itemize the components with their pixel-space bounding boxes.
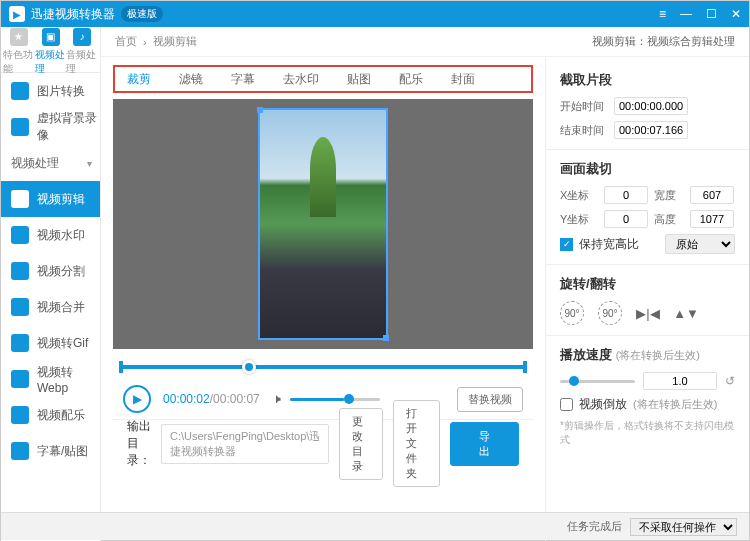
- nav-watermark[interactable]: 视频水印: [1, 217, 100, 253]
- change-dir-button[interactable]: 更改目录: [339, 408, 382, 480]
- reset-speed-icon[interactable]: ↺: [725, 374, 735, 388]
- content: 首页 › 视频剪辑 视频剪辑：视频综合剪辑处理 裁剪 滤镜 字幕 去水印 贴图 …: [101, 27, 749, 541]
- sidetab-audio[interactable]: ♪音频处理: [66, 28, 98, 76]
- nav-webp[interactable]: 视频转Webp: [1, 361, 100, 397]
- nav-gif[interactable]: 视频转Gif: [1, 325, 100, 361]
- speed-slider[interactable]: [560, 380, 635, 383]
- nav-image-convert[interactable]: 图片转换: [1, 73, 100, 109]
- speed-input[interactable]: [643, 372, 717, 390]
- etab-filter[interactable]: 滤镜: [179, 71, 203, 88]
- film-icon: ▣: [42, 28, 60, 46]
- end-time-input[interactable]: [614, 121, 688, 139]
- start-time-input[interactable]: [614, 97, 688, 115]
- breadcrumb: 首页 › 视频剪辑 视频剪辑：视频综合剪辑处理: [101, 27, 749, 57]
- etab-subtitle[interactable]: 字幕: [231, 71, 255, 88]
- section-clip: 截取片段: [560, 71, 735, 89]
- etab-sticker[interactable]: 贴图: [347, 71, 371, 88]
- sidebar-category-tabs: ★特色功能 ▣视频处理 ♪音频处理: [1, 27, 100, 73]
- flip-vertical-icon[interactable]: ▲▼: [674, 301, 698, 325]
- timeline-knob[interactable]: [242, 360, 256, 374]
- timeline[interactable]: [113, 349, 533, 379]
- time-display: 00:00:02/00:00:07: [163, 392, 260, 406]
- nav-virtual-bg[interactable]: 虚拟背景录像: [1, 109, 100, 145]
- app-logo-icon: ▶: [9, 6, 25, 22]
- app-title: 迅捷视频转换器: [31, 6, 115, 23]
- webp-icon: [11, 370, 29, 388]
- nav-merge[interactable]: 视频合并: [1, 289, 100, 325]
- keep-ratio-checkbox[interactable]: ✓: [560, 238, 573, 251]
- footnote: *剪辑操作后，格式转换将不支持闪电模式: [560, 419, 735, 447]
- rotate-cw-icon[interactable]: 90°: [598, 301, 622, 325]
- video-preview[interactable]: [113, 99, 533, 349]
- player-controls: ▶ 00:00:02/00:00:07 🕨 替换视频: [113, 379, 533, 419]
- editor-tabs: 裁剪 滤镜 字幕 去水印 贴图 配乐 封面: [113, 65, 533, 93]
- section-rotate: 旋转/翻转: [560, 275, 735, 293]
- sidetab-video[interactable]: ▣视频处理: [35, 28, 67, 76]
- crumb-home[interactable]: 首页: [115, 34, 137, 49]
- ratio-select[interactable]: 原始: [665, 234, 735, 254]
- camera-icon: [11, 118, 29, 136]
- rotate-ccw-icon[interactable]: 90°: [560, 301, 584, 325]
- play-button[interactable]: ▶: [123, 385, 151, 413]
- section-speed: 播放速度 (将在转换后生效): [560, 346, 735, 364]
- edition-badge: 极速版: [121, 6, 163, 22]
- after-task-select[interactable]: 不采取任何操作: [630, 518, 737, 536]
- nav-video-edit[interactable]: 视频剪辑: [1, 181, 100, 217]
- width-input[interactable]: [690, 186, 734, 204]
- editor-area: 裁剪 滤镜 字幕 去水印 贴图 配乐 封面 ▶ 00:00:02/00:00:0…: [101, 57, 545, 541]
- export-button[interactable]: 导出: [450, 422, 519, 466]
- open-folder-button[interactable]: 打开文件夹: [393, 400, 440, 487]
- crumb-desc: 视频剪辑：视频综合剪辑处理: [592, 34, 735, 49]
- output-label: 输出目录：: [127, 418, 151, 469]
- minimize-icon[interactable]: —: [680, 7, 692, 21]
- section-crop: 画面裁切: [560, 160, 735, 178]
- audio-icon: ♪: [73, 28, 91, 46]
- window-controls: ≡ — ☐ ✕: [659, 7, 741, 21]
- output-bar: 输出目录： C:\Users\FengPing\Desktop\迅捷视频转换器 …: [113, 419, 533, 467]
- nav-group-head[interactable]: 视频处理▾: [1, 145, 100, 181]
- nav-music[interactable]: 视频配乐: [1, 397, 100, 433]
- properties-panel: 截取片段 开始时间 结束时间 画面裁切 X坐标宽度 Y坐标高度 ✓保持宽高比原始…: [545, 57, 749, 541]
- sidebar-nav: 图片转换 虚拟背景录像 视频处理▾ 视频剪辑 视频水印 视频分割 视频合并 视频…: [1, 73, 100, 541]
- scissors-icon: [11, 190, 29, 208]
- etab-crop[interactable]: 裁剪: [127, 71, 151, 88]
- reverse-checkbox[interactable]: [560, 398, 573, 411]
- chevron-down-icon: ▾: [87, 158, 92, 169]
- etab-cover[interactable]: 封面: [451, 71, 475, 88]
- height-input[interactable]: [690, 210, 734, 228]
- sidetab-special[interactable]: ★特色功能: [3, 28, 35, 76]
- output-path[interactable]: C:\Users\FengPing\Desktop\迅捷视频转换器: [161, 424, 329, 464]
- etab-soundtrack[interactable]: 配乐: [399, 71, 423, 88]
- crop-frame[interactable]: [258, 108, 388, 340]
- menu-icon[interactable]: ≡: [659, 7, 666, 21]
- flip-horizontal-icon[interactable]: ▶|◀: [636, 301, 660, 325]
- etab-dewatermark[interactable]: 去水印: [283, 71, 319, 88]
- status-bar: 任务完成后 不采取任何操作: [1, 512, 749, 540]
- crumb-page: 视频剪辑: [153, 34, 197, 49]
- nav-subtitle[interactable]: 字幕/贴图: [1, 433, 100, 469]
- image-icon: [11, 82, 29, 100]
- star-icon: ★: [10, 28, 28, 46]
- split-icon: [11, 262, 29, 280]
- preview-content: [310, 137, 336, 217]
- sidebar: ★特色功能 ▣视频处理 ♪音频处理 图片转换 虚拟背景录像 视频处理▾ 视频剪辑…: [1, 27, 101, 541]
- x-input[interactable]: [604, 186, 648, 204]
- volume-control[interactable]: 🕨: [272, 392, 380, 406]
- merge-icon: [11, 298, 29, 316]
- close-icon[interactable]: ✕: [731, 7, 741, 21]
- subtitle-icon: [11, 442, 29, 460]
- volume-knob[interactable]: [344, 394, 354, 404]
- watermark-icon: [11, 226, 29, 244]
- nav-split[interactable]: 视频分割: [1, 253, 100, 289]
- speaker-icon[interactable]: 🕨: [272, 392, 284, 406]
- maximize-icon[interactable]: ☐: [706, 7, 717, 21]
- gif-icon: [11, 334, 29, 352]
- replace-video-button[interactable]: 替换视频: [457, 387, 523, 412]
- titlebar: ▶ 迅捷视频转换器 极速版 ≡ — ☐ ✕: [1, 1, 749, 27]
- y-input[interactable]: [604, 210, 648, 228]
- music-icon: [11, 406, 29, 424]
